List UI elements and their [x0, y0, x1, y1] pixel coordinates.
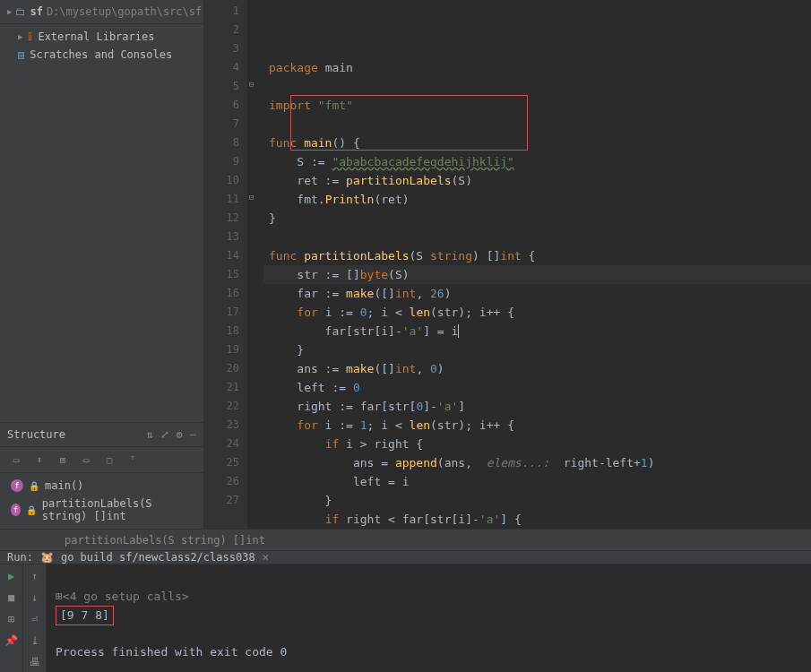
- structure-item-label: partitionLabels(S string) []int: [42, 497, 196, 522]
- print-icon[interactable]: 🖶: [30, 656, 40, 668]
- project-path-bar[interactable]: ▶ 🗀 sf D:\mysetup\gopath\src\sf: [0, 0, 203, 24]
- rerun-icon[interactable]: ▶: [8, 570, 14, 582]
- project-tree: ▶ 𝕀 External Libraries ▤ Scratches and C…: [0, 24, 203, 422]
- go-icon: 🐹: [40, 551, 54, 564]
- run-toolbar-secondary: ↑ ↓ ⏎ ⤓ 🖶: [23, 564, 47, 672]
- structure-toolbar: ▭ ⬍ ⊞ ▭ ▢ ᵀ: [0, 447, 203, 473]
- gear-icon[interactable]: ⚙: [177, 428, 183, 441]
- project-root-name: sf: [30, 5, 42, 18]
- chevron-right-icon: ▶: [7, 7, 12, 16]
- breadcrumb-bar[interactable]: partitionLabels(S string) []int: [0, 529, 811, 550]
- lock-icon: 🔒: [26, 505, 37, 515]
- chevron-right-icon: ▶: [18, 32, 22, 41]
- tb-icon-3[interactable]: ⊞: [54, 451, 72, 469]
- run-panel: Run: 🐹 go build sf/newclass2/class038 × …: [0, 550, 811, 672]
- run-label: Run:: [7, 551, 33, 564]
- run-toolbar-primary: ▶ ■ ⊞ 📌: [0, 564, 23, 672]
- scroll-icon[interactable]: ⤓: [30, 634, 39, 647]
- minimize-icon[interactable]: —: [190, 428, 196, 441]
- scratches-icon: ▤: [18, 48, 24, 61]
- structure-item-main[interactable]: f 🔒 main(): [0, 477, 203, 495]
- scratches-node[interactable]: ▤ Scratches and Consoles: [0, 46, 203, 64]
- tb-icon-1[interactable]: ▭: [7, 451, 25, 469]
- function-icon: f: [11, 504, 21, 516]
- left-panel: ▶ 🗀 sf D:\mysetup\gopath\src\sf ▶ 𝕀 Exte…: [0, 0, 204, 529]
- editor-area: 12345▶6789101112131415161718192021222324…: [204, 0, 811, 529]
- structure-header: Structure ⇅ ⤢ ⚙ —: [0, 422, 203, 447]
- fold-gutter[interactable]: ⊟⊟: [247, 0, 263, 529]
- sort-icon[interactable]: ⇅: [146, 428, 152, 441]
- structure-list: f 🔒 main() f 🔒 partitionLabels(S string)…: [0, 473, 203, 529]
- structure-item-label: main(): [45, 479, 83, 492]
- breadcrumb-text: partitionLabels(S string) []int: [65, 534, 265, 547]
- exit-message: Process finished with exit code 0: [56, 645, 287, 659]
- external-libraries-node[interactable]: ▶ 𝕀 External Libraries: [0, 28, 203, 46]
- setup-calls-line: <4 go setup calls>: [63, 590, 189, 603]
- scratches-label: Scratches and Consoles: [30, 48, 172, 61]
- layout-icon[interactable]: ⊞: [8, 613, 14, 625]
- run-tab-label[interactable]: go build sf/newclass2/class038: [61, 551, 255, 564]
- tb-icon-5[interactable]: ▢: [100, 451, 118, 469]
- lock-icon: 🔒: [29, 481, 39, 491]
- project-root-path: D:\mysetup\gopath\src\sf: [47, 5, 202, 18]
- library-icon: 𝕀: [28, 30, 32, 43]
- line-number-gutter[interactable]: 12345▶6789101112131415161718192021222324…: [204, 0, 247, 529]
- structure-item-partitionlabels[interactable]: f 🔒 partitionLabels(S string) []int: [0, 495, 203, 525]
- external-libraries-label: External Libraries: [38, 30, 154, 43]
- tb-icon-2[interactable]: ⬍: [30, 451, 48, 469]
- close-tab-icon[interactable]: ×: [263, 551, 269, 564]
- run-tabs: Run: 🐹 go build sf/newclass2/class038 ×: [0, 550, 811, 564]
- wrap-icon[interactable]: ⏎: [31, 613, 38, 625]
- up-icon[interactable]: ↑: [31, 570, 38, 582]
- function-icon: f: [11, 479, 23, 492]
- pin-icon[interactable]: 📌: [4, 634, 18, 647]
- structure-title: Structure: [7, 428, 65, 441]
- program-output: [9 7 8]: [56, 606, 114, 625]
- folder-icon: 🗀: [15, 5, 26, 18]
- down-icon[interactable]: ↓: [31, 591, 38, 604]
- tb-icon-4[interactable]: ▭: [77, 451, 95, 469]
- code-editor[interactable]: package mainimport "fmt"func main() { S …: [263, 0, 811, 529]
- stop-icon[interactable]: ■: [8, 591, 14, 604]
- expand-icon[interactable]: ⤢: [160, 428, 169, 441]
- console-output[interactable]: ⊞<4 go setup calls> [9 7 8] Process fini…: [47, 564, 811, 672]
- tb-icon-6[interactable]: ᵀ: [124, 451, 142, 469]
